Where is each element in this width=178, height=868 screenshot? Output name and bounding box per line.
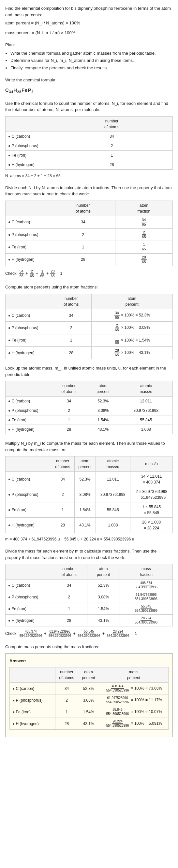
col-atom-percent-3: atompercent [91,294,173,309]
col-element-3 [5,294,51,309]
atoms-phosphorus-1: 2 [51,141,173,150]
atomic-mass-label: Look up the atomic mass, m_i, in unified… [5,365,173,378]
table-row: Fe (iron) 1 [5,150,173,160]
element-phosphorus-1: P (phosphorus) [5,141,51,150]
table-row: P (phosphorus) 2 3.08% 30.973761998 2 × … [5,487,173,502]
col-number-atoms-1: numberof atoms [51,116,173,131]
table-row: Fe (iron) 1 165 × 100% = 1.54% [5,334,173,346]
atoms-phosphorus-2: 2 [51,228,115,241]
element-phosphorus-5: P (phosphorus) [5,487,51,502]
plan-bullet-1: Write the chemical formula and gather at… [10,50,173,57]
col-atomic-mass: atomicmass/u [119,381,173,397]
intro-text: Find the elemental composition for bis d… [5,5,173,18]
col-number-atoms-7: numberof atoms [55,668,78,683]
element-carbon-2: C (carbon) [5,216,51,228]
col-number-atoms-3: numberof atoms [51,294,92,309]
mass-table: numberof atoms atompercent atomicmass/u … [5,456,173,533]
answer-table: numberof atoms atompercent masspercent C… [9,667,169,730]
col-atom-fraction: atomfraction [115,200,173,216]
atom-percents-label: Compute atom percents using the atom fra… [5,284,173,290]
chemical-formula-block: C34H28FeP2 [5,87,173,94]
table-row: C (carbon) 34 3465 × 100% = 52.3% [5,309,173,321]
element-hydrogen-4: H (hydrogen) [5,425,51,434]
multiply-label: Multiply N_i by m_i to compute the mass … [5,440,173,453]
pct-iron: 165 × 100% = 1.54% [91,334,173,346]
mass-pct-label: Compute mass percents using the mass fra… [5,644,173,650]
plan-bullet-3: Finally, compute the percents and check … [10,65,173,71]
col-element-4 [5,381,51,397]
table-row: C (carbon) 34 52.3% 408.374554.390523996 [5,580,173,591]
fractions-check: Check: 3465 + 265 + 165 + 2865 = 1 [5,269,173,278]
element-iron-7: Fe (iron) [10,706,55,718]
element-iron-1: Fe (iron) [5,150,51,160]
element-phosphorus-6: P (phosphorus) [5,591,51,603]
atoms-iron-3: 1 [51,334,92,346]
atoms-iron-2: 1 [51,241,115,253]
element-hydrogen-7: H (hydrogen) [10,718,55,730]
col-element-2 [5,200,51,216]
col-number-atoms-4: numberof atoms [51,381,87,397]
mass-percents-section: Compute mass percents using the mass fra… [5,644,173,737]
element-carbon-5: C (carbon) [5,472,51,487]
pct-carbon: 3465 × 100% = 52.3% [91,309,173,321]
element-phosphorus-4: P (phosphorus) [5,406,51,415]
col-element-7 [10,668,55,683]
frac-hydrogen: 2865 [115,253,173,266]
table-row: Fe (iron) 1 165 [5,241,173,253]
element-phosphorus-2: P (phosphorus) [5,228,51,241]
table-row: H (hydrogen) 28 [5,160,173,169]
col-number-atoms-2: numberof atoms [51,200,115,216]
answer-box: Answer: numberof atoms atompercent massp… [5,653,173,738]
atom-fractions-table: numberof atoms atomfraction C (carbon) 3… [5,200,173,266]
intro-section: Find the elemental composition for bis d… [5,5,173,36]
element-hydrogen-3: H (hydrogen) [5,347,51,359]
atoms-phosphorus-3: 2 [51,322,92,334]
divide-label: Divide each N_i by N_atoms to calculate … [5,185,173,197]
col-element-1 [5,116,51,131]
pct-phosphorus: 265 × 100% = 3.08% [91,322,173,334]
natoms-equation: N_atoms = 34 + 2 + 1 + 28 = 65 [5,173,173,179]
pct-hydrogen: 2865 × 100% = 43.1% [91,347,173,359]
col-mass-fraction: massfraction [120,564,173,580]
plan-bullet-2: Determine values for N_i, m_i, N_atoms a… [10,57,173,64]
table-row: Fe (iron) 1 1.54% 55.845 [5,415,173,425]
col-number-atoms-6: numberof atoms [51,564,87,580]
atoms-hydrogen-1: 28 [51,160,173,169]
element-carbon-3: C (carbon) [5,309,51,321]
col-atom-percent-7: atompercent [78,668,99,683]
table-row: P (phosphorus) 2 3.08% 30.973761998 [5,406,173,415]
table-row: P (phosphorus) 2 3.08% 61.947523996554.3… [5,591,173,603]
table-row: C (carbon) 34 [5,131,173,141]
mass-percent-formula: mass percent = (N_i m_i / m) × 100% [5,30,173,36]
element-hydrogen-1: H (hydrogen) [5,160,51,169]
col-atom-percent-4: atompercent [87,381,119,397]
table-row: C (carbon) 34 52.3% 12.011 34 × 12.011= … [5,472,173,487]
element-iron-2: Fe (iron) [5,241,51,253]
mass-frac-label: Divide the mass for each element by m to… [5,548,173,561]
mass-section: Multiply N_i by m_i to compute the mass … [5,440,173,542]
table-row: H (hydrogen) 28 43.1% 28.224554.39052399… [10,718,169,730]
col-atom-percent-5: atompercent [74,457,95,472]
frac-phosphorus: 265 [115,228,173,241]
atomic-mass-table: numberof atoms atompercent atomicmass/u … [5,381,173,434]
table-row: Fe (iron) 1 1.54% 55.845554.390523996 [5,603,173,615]
element-phosphorus-3: P (phosphorus) [5,322,51,334]
atom-fractions-section: Divide each N_i by N_atoms to calculate … [5,185,173,278]
atoms-count-table: numberof atoms C (carbon) 34 P (phosphor… [5,116,173,169]
col-mass-percent: masspercent [99,668,168,683]
atom-percent-formula: atom percent = (N_i / N_atoms) × 100% [5,20,173,26]
atoms-hydrogen-2: 28 [51,253,115,266]
table-row: C (carbon) 34 52.3% 12.011 [5,397,173,406]
atoms-carbon-2: 34 [51,216,115,228]
atom-percents-table: numberof atoms atompercent C (carbon) 34… [5,294,173,360]
atoms-hydrogen-3: 28 [51,347,92,359]
plan-label: Plan: [5,42,173,48]
element-carbon-4: C (carbon) [5,397,51,406]
table-row: P (phosphorus) 2 265 [5,228,173,241]
write-formula-section: Write the chemical formula: C34H28FeP2 [5,77,173,94]
atoms-carbon-3: 34 [51,309,92,321]
element-hydrogen-2: H (hydrogen) [5,253,51,266]
table-row: H (hydrogen) 28 43.1% 1.008 [5,425,173,434]
element-carbon-6: C (carbon) [5,580,51,591]
element-carbon-7: C (carbon) [10,683,55,694]
